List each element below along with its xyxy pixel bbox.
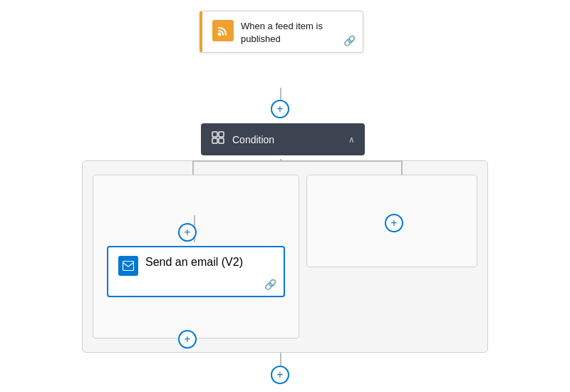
email-action-icon bbox=[118, 256, 138, 276]
add-step-top-button[interactable]: + bbox=[271, 100, 289, 118]
flow-canvas: When a feed item is published 🔗 + Condit… bbox=[7, 4, 563, 388]
svg-rect-2 bbox=[219, 132, 224, 137]
add-step-bottom-button[interactable]: + bbox=[271, 366, 289, 384]
trigger-label: When a feed item is published bbox=[241, 20, 353, 45]
email-action-block[interactable]: Send an email (V2) 🔗 bbox=[107, 246, 285, 297]
connector-bottom bbox=[280, 353, 281, 366]
condition-block[interactable]: Condition ∧ bbox=[201, 123, 365, 155]
email-link-icon: 🔗 bbox=[264, 279, 276, 290]
branch-line-left bbox=[192, 160, 285, 162]
add-step-true-top-button[interactable]: + bbox=[178, 223, 197, 242]
add-step-false-button[interactable]: + bbox=[385, 214, 403, 232]
trigger-link-icon: 🔗 bbox=[343, 35, 356, 46]
add-icon-true-top: + bbox=[184, 226, 190, 239]
add-icon: + bbox=[276, 103, 283, 115]
trigger-block[interactable]: When a feed item is published 🔗 bbox=[200, 11, 363, 53]
condition-icon bbox=[211, 130, 225, 148]
svg-rect-3 bbox=[212, 138, 217, 143]
svg-rect-5 bbox=[123, 262, 134, 271]
trigger-icon bbox=[212, 20, 234, 41]
add-icon-bot: + bbox=[276, 368, 283, 381]
svg-rect-1 bbox=[212, 132, 217, 137]
branch-line-right bbox=[281, 160, 402, 162]
email-action-label: Send an email (V2) bbox=[145, 256, 243, 269]
add-icon-true-bot: + bbox=[184, 333, 190, 346]
svg-rect-4 bbox=[219, 138, 224, 143]
condition-label: Condition bbox=[232, 134, 274, 145]
add-step-true-bottom-button[interactable]: + bbox=[178, 330, 197, 349]
svg-point-0 bbox=[218, 33, 222, 36]
condition-collapse-button[interactable]: ∧ bbox=[348, 135, 355, 145]
add-icon-false: + bbox=[390, 217, 397, 229]
